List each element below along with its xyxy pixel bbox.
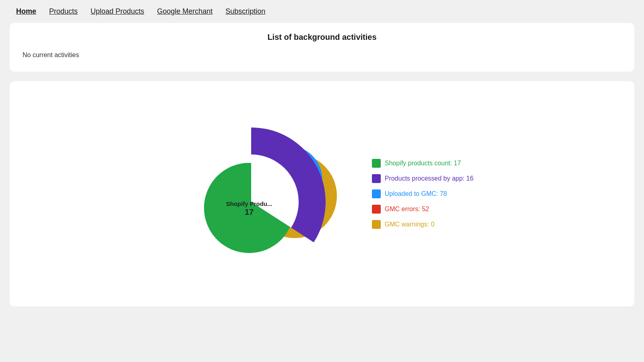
svg-text:17: 17 — [245, 208, 254, 216]
swatch-warnings — [372, 220, 381, 229]
legend-processed: Products processed by app: 16 — [372, 174, 474, 183]
nav-products[interactable]: Products — [49, 7, 78, 16]
activities-card: List of background activities No current… — [10, 23, 634, 72]
legend-label-processed: Products processed by app: 16 — [385, 175, 474, 182]
legend-label-shopify: Shopify products count: 17 — [385, 160, 461, 167]
main-nav: Home Products Upload Products Google Mer… — [0, 0, 644, 23]
swatch-processed — [372, 174, 381, 183]
legend-label-errors: GMC errors: 52 — [385, 206, 429, 213]
legend-label-warnings: GMC warnings: 0 — [385, 221, 435, 228]
nav-google-merchant[interactable]: Google Merchant — [157, 7, 213, 16]
swatch-shopify — [372, 159, 381, 168]
legend-label-uploaded: Uploaded to GMC: 78 — [385, 190, 447, 197]
nav-upload-products[interactable]: Upload Products — [91, 7, 144, 16]
no-activities-text: No current activities — [23, 50, 621, 62]
nav-subscription[interactable]: Subscription — [225, 7, 265, 16]
swatch-uploaded — [372, 189, 381, 198]
swatch-errors — [372, 205, 381, 214]
legend-warnings: GMC warnings: 0 — [372, 220, 474, 229]
chart-card: Shopify Produ... 17 Shopify products cou… — [10, 81, 634, 306]
nav-home[interactable]: Home — [16, 7, 36, 16]
legend-shopify: Shopify products count: 17 — [372, 159, 474, 168]
svg-text:Shopify Produ...: Shopify Produ... — [226, 200, 272, 207]
legend-errors: GMC errors: 52 — [372, 205, 474, 214]
activities-title: List of background activities — [23, 33, 621, 42]
donut-chart: Shopify Produ... 17 — [171, 109, 340, 278]
legend-uploaded: Uploaded to GMC: 78 — [372, 189, 474, 198]
chart-legend: Shopify products count: 17 Products proc… — [372, 159, 474, 229]
